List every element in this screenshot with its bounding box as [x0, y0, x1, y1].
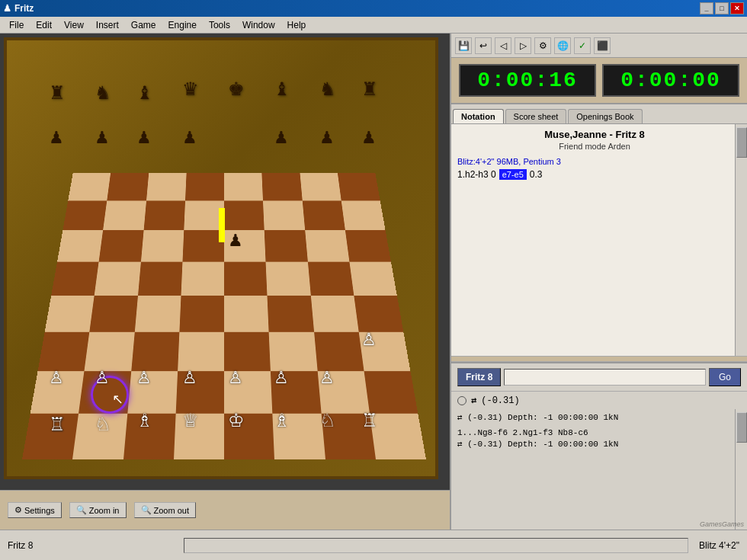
- toolbar-next-icon[interactable]: ▷: [515, 37, 531, 54]
- main-area: ♜ ♞ ♝ ♛ ♚ ♝ ♞ ♜ ♟ ♟ ♟ ♟ ♟ ♟ ♟ ♟ ♖ ♘ ♗: [0, 34, 747, 530]
- square-d4[interactable]: [179, 296, 224, 332]
- highlighted-move[interactable]: e7-e5: [499, 169, 527, 180]
- square-g5[interactable]: [307, 262, 354, 296]
- tabs-area: Notation Score sheet Openings Book: [451, 104, 747, 124]
- square-f4[interactable]: [268, 296, 314, 332]
- go-button[interactable]: Go: [709, 368, 741, 386]
- status-bar: Fritz 8 Blitz 4'+2": [0, 530, 747, 560]
- square-c4[interactable]: [134, 296, 181, 332]
- square-g7[interactable]: [302, 200, 345, 230]
- square-h7[interactable]: [341, 200, 386, 230]
- square-g3[interactable]: [314, 332, 364, 371]
- menu-tools[interactable]: Tools: [203, 18, 236, 32]
- square-f7[interactable]: [263, 200, 305, 230]
- menu-file[interactable]: File: [3, 18, 30, 32]
- square-f5[interactable]: [266, 262, 311, 296]
- square-e3[interactable]: [224, 332, 271, 371]
- engine-scrollbar[interactable]: [735, 409, 747, 530]
- square-c2[interactable]: [127, 371, 178, 414]
- menu-edit[interactable]: Edit: [30, 18, 58, 32]
- tab-notation[interactable]: Notation: [453, 109, 504, 123]
- game-subtitle: Friend mode Arden: [457, 142, 732, 151]
- square-b7[interactable]: [103, 200, 146, 230]
- square-a3[interactable]: [38, 332, 90, 371]
- chess-board-3d[interactable]: ♜ ♞ ♝ ♛ ♚ ♝ ♞ ♜ ♟ ♟ ♟ ♟ ♟ ♟ ♟ ♟ ♖ ♘ ♗: [4, 37, 438, 479]
- close-button[interactable]: ✕: [730, 2, 744, 14]
- square-d8[interactable]: [185, 173, 224, 200]
- square-a6[interactable]: [57, 230, 103, 261]
- menu-help[interactable]: Help: [281, 18, 313, 32]
- square-a4[interactable]: [45, 296, 95, 332]
- piece-white-bishop-f1: ♗: [274, 410, 290, 431]
- menu-window[interactable]: Window: [236, 18, 281, 32]
- square-h6[interactable]: [345, 230, 391, 261]
- square-c5[interactable]: [138, 262, 183, 296]
- status-right: Blitz 4'+2": [691, 540, 747, 551]
- notation-scrollbar-thumb[interactable]: [736, 127, 747, 158]
- square-a5[interactable]: [51, 262, 99, 296]
- settings-button[interactable]: ⚙ Settings: [8, 502, 62, 518]
- toolbar-arrow-icon[interactable]: ↩: [475, 37, 492, 54]
- square-d6[interactable]: [182, 230, 224, 261]
- zoomout-button[interactable]: 🔍 Zoom out: [134, 502, 196, 518]
- toolbar-network-icon[interactable]: 🌐: [554, 37, 571, 54]
- notation-scrollbar[interactable]: [735, 124, 747, 356]
- square-e7[interactable]: [224, 200, 264, 230]
- engine-line-2: ⇄ (-0.31) Depth: -1 00:00:00 1kN: [457, 439, 732, 449]
- toolbar-check-icon[interactable]: ✓: [574, 37, 591, 54]
- square-e5[interactable]: [224, 262, 268, 296]
- maximize-button[interactable]: □: [715, 2, 729, 14]
- square-h2[interactable]: [364, 371, 418, 414]
- square-e8[interactable]: [224, 173, 263, 200]
- square-f6[interactable]: [264, 230, 308, 261]
- toolbar-prev-icon[interactable]: ◁: [495, 37, 511, 54]
- engine-radio[interactable]: [457, 396, 466, 405]
- piece-white-pawn-e2: ♙: [228, 368, 243, 388]
- toolbar-save-icon[interactable]: 💾: [455, 37, 472, 54]
- square-g8[interactable]: [300, 173, 341, 200]
- engine-scrollbar-thumb[interactable]: [736, 412, 747, 443]
- toolbar-stop-icon[interactable]: ⬛: [594, 37, 611, 54]
- tab-scoresheet[interactable]: Score sheet: [505, 109, 567, 123]
- tab-openings[interactable]: Openings Book: [568, 109, 642, 123]
- square-c6[interactable]: [141, 230, 184, 261]
- square-c7[interactable]: [143, 200, 185, 230]
- minimize-button[interactable]: _: [700, 2, 713, 14]
- menu-view[interactable]: View: [58, 18, 90, 32]
- square-d3[interactable]: [178, 332, 224, 371]
- square-b6[interactable]: [99, 230, 143, 261]
- piece-white-pawn-g2: ♙: [319, 368, 335, 388]
- square-c8[interactable]: [146, 173, 187, 200]
- zoomin-icon: 🔍: [76, 505, 87, 515]
- menu-bar: File Edit View Insert Game Engine Tools …: [0, 17, 747, 34]
- menu-insert[interactable]: Insert: [90, 18, 125, 32]
- square-h8[interactable]: [338, 173, 380, 200]
- square-b3[interactable]: [85, 332, 135, 371]
- square-g4[interactable]: [310, 296, 358, 332]
- menu-game[interactable]: Game: [125, 18, 162, 32]
- square-a8[interactable]: [68, 173, 111, 200]
- move-number-and-move: 1.h2-h3 0: [457, 169, 496, 180]
- toolbar-gear-icon[interactable]: ⚙: [534, 37, 551, 54]
- menu-engine[interactable]: Engine: [162, 18, 203, 32]
- settings-icon: ⚙: [14, 505, 22, 515]
- zoomin-button[interactable]: 🔍 Zoom in: [69, 502, 127, 518]
- right-panel: 💾 ↩ ◁ ▷ ⚙ 🌐 ✓ ⬛ 0:00:16 0:00:00 Notation…: [450, 34, 747, 530]
- square-h5[interactable]: [349, 262, 397, 296]
- engine-output: ⇄ (-0.31) Depth: -1 00:00:00 1kN 1...Ng8…: [451, 409, 747, 530]
- white-clock: 0:00:16: [459, 64, 596, 97]
- square-h4[interactable]: [354, 296, 403, 332]
- engine-input-field[interactable]: [504, 369, 706, 386]
- square-b5[interactable]: [95, 262, 141, 296]
- square-b8[interactable]: [107, 173, 148, 200]
- square-b4[interactable]: [90, 296, 138, 332]
- square-d5[interactable]: [181, 262, 224, 296]
- engine-name-button[interactable]: Fritz 8: [457, 368, 501, 386]
- square-c3[interactable]: [131, 332, 179, 371]
- square-a7[interactable]: [63, 200, 107, 230]
- square-e4[interactable]: [224, 296, 269, 332]
- square-f8[interactable]: [262, 173, 303, 200]
- square-g6[interactable]: [305, 230, 349, 261]
- square-f3[interactable]: [269, 332, 317, 371]
- square-d7[interactable]: [184, 200, 224, 230]
